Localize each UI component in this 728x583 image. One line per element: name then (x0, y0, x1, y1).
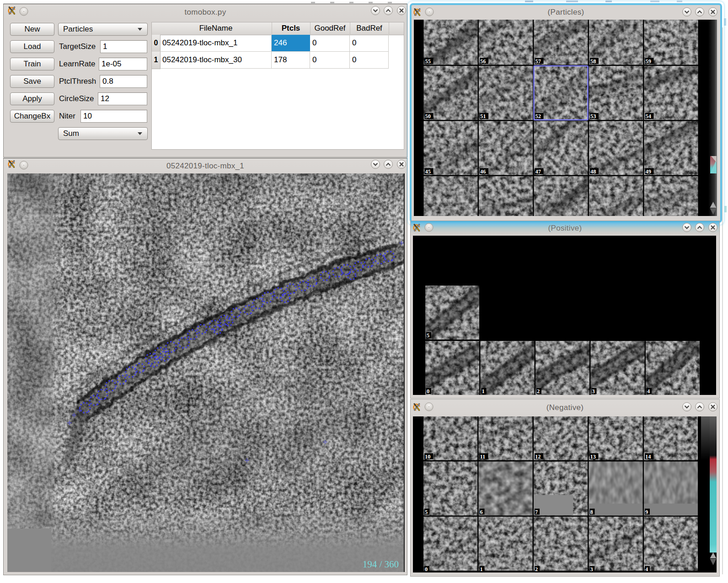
svg-text:1: 1 (480, 566, 483, 572)
svg-text:56: 56 (480, 58, 486, 65)
svg-text:46: 46 (480, 168, 486, 175)
svg-text:53: 53 (590, 113, 596, 119)
svg-text:6: 6 (480, 509, 483, 515)
svg-text:14: 14 (645, 453, 651, 460)
svg-text:49: 49 (646, 168, 652, 175)
svg-text:50: 50 (425, 113, 431, 119)
svg-text:8: 8 (590, 509, 593, 515)
svg-text:2: 2 (535, 566, 538, 572)
svg-text:1: 1 (482, 388, 485, 394)
svg-text:59: 59 (646, 58, 652, 65)
svg-text:2: 2 (537, 388, 540, 394)
svg-text:58: 58 (590, 58, 596, 65)
svg-text:5: 5 (425, 509, 428, 515)
svg-text:11: 11 (480, 453, 486, 460)
svg-text:7: 7 (535, 509, 538, 515)
svg-text:51: 51 (480, 113, 486, 119)
svg-text:5: 5 (427, 332, 429, 339)
svg-text:12: 12 (535, 453, 541, 460)
svg-text:4: 4 (645, 566, 648, 572)
svg-text:52: 52 (535, 113, 541, 119)
svg-text:3: 3 (590, 566, 593, 572)
svg-text:0: 0 (425, 566, 428, 572)
svg-text:48: 48 (590, 168, 596, 175)
svg-text:13: 13 (590, 453, 596, 460)
svg-text:54: 54 (646, 113, 652, 119)
svg-text:45: 45 (425, 168, 431, 175)
svg-text:57: 57 (535, 58, 541, 65)
svg-text:55: 55 (425, 58, 431, 65)
svg-text:3: 3 (592, 388, 595, 394)
svg-text:10: 10 (425, 453, 431, 460)
svg-text:0: 0 (427, 388, 429, 394)
svg-text:4: 4 (647, 388, 650, 394)
svg-text:47: 47 (535, 168, 541, 175)
svg-text:9: 9 (645, 509, 648, 515)
